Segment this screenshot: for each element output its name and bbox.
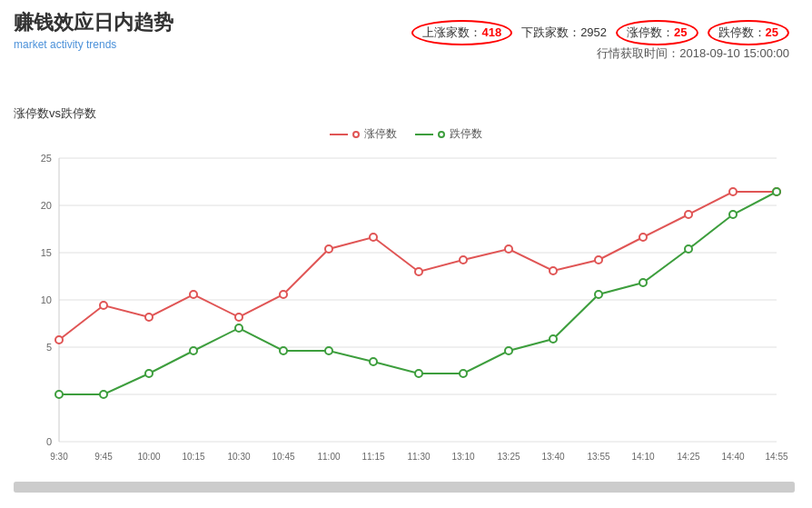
chart-svg: 25 20 15 10 5 0 9:30 9:45 10:00 10:15 10… xyxy=(14,149,795,476)
down-label: 下跌家数： xyxy=(521,25,580,39)
svg-text:0: 0 xyxy=(46,436,52,447)
svg-point-44 xyxy=(639,234,647,241)
svg-text:11:00: 11:00 xyxy=(317,452,340,462)
svg-point-34 xyxy=(190,291,197,298)
chart-legend: 涨停数 跌停数 xyxy=(14,126,798,142)
svg-point-60 xyxy=(595,291,602,298)
svg-point-31 xyxy=(55,336,63,344)
up-count-box: 上涨家数：418 xyxy=(411,20,512,45)
svg-point-46 xyxy=(729,188,737,195)
legend-line-red xyxy=(330,134,348,135)
svg-point-51 xyxy=(190,347,197,354)
limit-up-box: 涨停数：25 xyxy=(616,20,698,45)
limit-down-label: 跌停数： xyxy=(718,25,766,39)
svg-point-41 xyxy=(505,245,512,253)
svg-text:13:55: 13:55 xyxy=(587,452,609,462)
chart-title: 涨停数vs跌停数 xyxy=(14,105,798,122)
svg-point-56 xyxy=(415,370,422,377)
down-count-box: 下跌家数：2952 xyxy=(521,25,607,41)
svg-text:10:30: 10:30 xyxy=(227,452,250,462)
svg-point-63 xyxy=(729,211,737,218)
svg-point-48 xyxy=(55,391,63,398)
svg-point-52 xyxy=(235,324,243,332)
svg-text:9:30: 9:30 xyxy=(50,452,68,462)
svg-text:10:45: 10:45 xyxy=(272,452,294,462)
svg-point-49 xyxy=(100,391,107,398)
red-line xyxy=(59,192,777,340)
svg-point-33 xyxy=(145,314,153,321)
chart-section: 涨停数vs跌停数 涨停数 跌停数 xyxy=(14,105,798,503)
up-label: 上涨家数： xyxy=(422,25,481,39)
svg-text:10:15: 10:15 xyxy=(182,452,204,462)
limit-up-label: 涨停数： xyxy=(627,25,674,39)
svg-text:13:25: 13:25 xyxy=(497,452,520,462)
legend-line-green xyxy=(415,134,433,135)
svg-point-43 xyxy=(595,256,602,264)
svg-point-40 xyxy=(460,256,467,264)
limit-down-box: 跌停数：25 xyxy=(708,20,789,45)
legend-dot-red xyxy=(352,131,360,138)
svg-point-62 xyxy=(685,245,692,253)
svg-point-32 xyxy=(100,302,107,309)
svg-point-58 xyxy=(505,347,512,354)
stats-row: 上涨家数：418 下跌家数：2952 涨停数：25 跌停数：25 xyxy=(411,20,789,45)
svg-text:25: 25 xyxy=(41,153,52,164)
svg-point-39 xyxy=(415,268,422,275)
down-value: 2952 xyxy=(580,25,607,39)
svg-text:13:40: 13:40 xyxy=(541,452,564,462)
svg-point-59 xyxy=(550,335,557,343)
svg-text:11:30: 11:30 xyxy=(407,452,430,462)
svg-point-38 xyxy=(370,234,377,241)
svg-text:14:25: 14:25 xyxy=(677,452,699,462)
legend-item-rise: 涨停数 xyxy=(330,126,397,142)
green-line xyxy=(59,192,777,394)
legend-label-fall: 跌停数 xyxy=(450,126,482,142)
svg-text:14:10: 14:10 xyxy=(631,452,654,462)
legend-item-fall: 跌停数 xyxy=(415,126,482,142)
limit-down-value: 25 xyxy=(766,25,778,39)
svg-text:10: 10 xyxy=(41,294,52,305)
legend-label-rise: 涨停数 xyxy=(364,126,397,142)
svg-text:13:10: 13:10 xyxy=(451,452,474,462)
svg-text:20: 20 xyxy=(41,200,52,211)
up-value: 418 xyxy=(481,25,501,39)
scrollbar-thumb[interactable] xyxy=(14,482,795,493)
svg-text:14:40: 14:40 xyxy=(721,452,744,462)
svg-text:10:00: 10:00 xyxy=(137,452,160,462)
svg-text:14:55: 14:55 xyxy=(765,452,787,462)
svg-point-61 xyxy=(639,279,647,286)
svg-point-55 xyxy=(370,358,377,365)
time-info: 行情获取时间：2018-09-10 15:00:00 xyxy=(597,45,789,62)
scrollbar[interactable] xyxy=(14,482,795,493)
svg-text:5: 5 xyxy=(46,342,52,353)
svg-point-50 xyxy=(145,370,153,377)
svg-text:11:15: 11:15 xyxy=(361,452,384,462)
svg-point-53 xyxy=(280,347,287,354)
svg-text:15: 15 xyxy=(41,247,52,258)
svg-point-42 xyxy=(550,267,557,274)
svg-point-64 xyxy=(773,188,780,195)
svg-point-45 xyxy=(685,211,692,218)
svg-point-54 xyxy=(325,347,332,354)
legend-dot-green xyxy=(438,131,445,138)
svg-text:9:45: 9:45 xyxy=(94,452,113,462)
chart-container: 25 20 15 10 5 0 9:30 9:45 10:00 10:15 10… xyxy=(14,149,795,503)
svg-point-37 xyxy=(325,245,332,253)
svg-point-57 xyxy=(460,370,467,377)
limit-up-value: 25 xyxy=(674,25,687,39)
svg-point-35 xyxy=(235,314,243,321)
svg-point-36 xyxy=(280,291,287,298)
